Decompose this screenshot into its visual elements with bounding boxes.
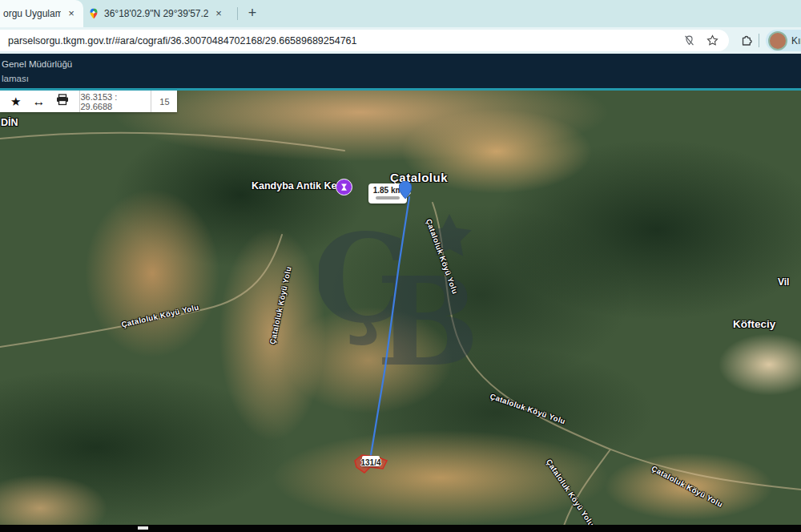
site-header-line1: Genel Müdürlüğü (2, 59, 72, 69)
tab-parsel-sorgu[interactable]: orgu Uygulamas × (0, 0, 83, 27)
pan-arrows-icon[interactable]: ↔ (32, 95, 45, 108)
new-tab-button[interactable]: + (243, 4, 262, 23)
close-icon[interactable]: × (65, 7, 78, 20)
url-text: parselsorgu.tkgm.gov.tr/#ara/cografi/36.… (8, 35, 682, 46)
zoom-level-display: 15 (151, 91, 177, 112)
satellite-map[interactable]: Ç B DİN Kandyba Antik Kent Çataloluk Vil… (0, 91, 801, 526)
profile-name: Kın (791, 35, 801, 46)
profile-chip[interactable]: Kın (766, 30, 801, 51)
tab-title: 36°18'02.9"N 29°39'57.2"E - Go (104, 8, 208, 19)
parcel-label: 131/4 (352, 458, 389, 467)
avatar (768, 31, 787, 50)
close-icon[interactable]: × (212, 7, 225, 20)
parcel-polygon[interactable] (0, 91, 801, 526)
tab-strip: orgu Uygulamas × 36°18'02.9"N 29°39'57.2… (0, 0, 801, 27)
map-toolbar: ★ ↔ 36.3153 : 29.6688 15 (0, 91, 177, 112)
tab-google-maps[interactable]: 36°18'02.9"N 29°39'57.2"E - Go × (85, 0, 231, 27)
site-header-line2: laması (2, 74, 29, 83)
site-header: Genel Müdürlüğü laması (0, 54, 801, 91)
extensions-icon[interactable] (739, 33, 754, 48)
bookmark-star-icon[interactable] (706, 34, 719, 47)
favorite-star-icon[interactable]: ★ (10, 95, 21, 107)
location-blocked-icon[interactable] (682, 34, 696, 47)
coordinates-display: 36.3153 : 29.6688 (79, 91, 151, 112)
tab-title: orgu Uygulamas (3, 8, 61, 19)
bottom-bar (0, 525, 801, 532)
browser-window: orgu Uygulamas × 36°18'02.9"N 29°39'57.2… (0, 0, 801, 532)
tab-separator (237, 7, 238, 20)
address-bar-row: parselsorgu.tkgm.gov.tr/#ara/cografi/36.… (0, 27, 801, 54)
toolbar-separator (759, 34, 759, 47)
google-maps-pin-icon (88, 8, 99, 19)
map-marker-icon[interactable] (399, 181, 412, 199)
bottom-bar-notch (138, 526, 148, 530)
address-bar[interactable]: parselsorgu.tkgm.gov.tr/#ara/cografi/36.… (0, 30, 729, 51)
print-icon[interactable] (56, 94, 69, 109)
tooltip-subtext-bar (376, 196, 400, 200)
